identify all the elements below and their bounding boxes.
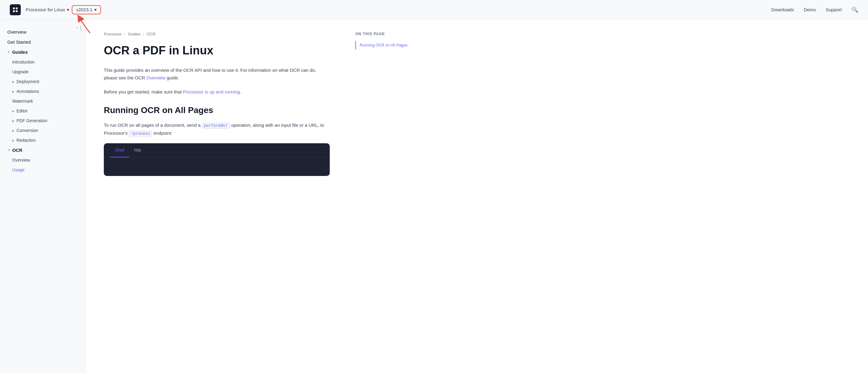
article: Processor › Guides › OCR OCR a PDF in Li… xyxy=(86,20,348,188)
sidebar-item-ocr-overview[interactable]: Overview xyxy=(0,155,85,165)
breadcrumb-item-guides[interactable]: Guides xyxy=(128,32,141,36)
breadcrumb-sep-1: › xyxy=(124,32,125,36)
sidebar-item-upgrade[interactable]: Upgrade xyxy=(0,67,85,77)
sidebar-label-ocr-overview: Overview xyxy=(12,157,30,163)
search-icon[interactable]: 🔍 xyxy=(851,6,858,13)
section-paragraph: To run OCR on all pages of a document, s… xyxy=(104,121,330,137)
section-prose: To run OCR on all pages of a document, s… xyxy=(104,121,330,137)
sidebar-label-upgrade: Upgrade xyxy=(12,69,29,74)
breadcrumb-item-processor[interactable]: Processor xyxy=(104,32,122,36)
perform-ocr-code: performOcr xyxy=(202,123,230,128)
sidebar-collapse-button[interactable]: ←| xyxy=(74,24,82,31)
logo[interactable] xyxy=(10,4,21,15)
content-toc-wrapper: Processor › Guides › OCR OCR a PDF in Li… xyxy=(86,20,868,188)
code-tab-shell[interactable]: Shell xyxy=(110,143,129,157)
code-tab-http[interactable]: http xyxy=(129,143,146,157)
sidebar-label-overview: Overview xyxy=(7,29,27,34)
version-chevron-icon: ▾ xyxy=(94,7,97,12)
sidebar-item-introduction[interactable]: Introduction xyxy=(0,57,85,67)
version-selector[interactable]: v2023.1 ▾ xyxy=(72,5,101,15)
sidebar: ←| Overview Get Started ▼ Guides Introdu… xyxy=(0,20,86,373)
sidebar-label-editor: Editor xyxy=(17,109,28,113)
sidebar-item-ocr[interactable]: ▼ OCR xyxy=(0,145,85,155)
sidebar-item-redaction[interactable]: ▶ Redaction xyxy=(0,135,85,145)
sidebar-label-ocr-usage: Usage xyxy=(12,167,24,172)
process-endpoint-code: /process xyxy=(129,131,152,137)
overview-link[interactable]: Overview xyxy=(146,75,165,80)
sidebar-item-annotations[interactable]: ▶ Annotations xyxy=(0,86,85,96)
top-nav: Processor for Linux ▾ v2023.1 ▾ Download… xyxy=(0,0,868,20)
code-body-shell xyxy=(104,157,330,176)
sidebar-item-editor[interactable]: ▶ Editor xyxy=(0,106,85,116)
conversion-chevron-icon: ▶ xyxy=(12,129,14,132)
sidebar-item-watermark[interactable]: Watermark xyxy=(0,96,85,106)
sidebar-label-get-started: Get Started xyxy=(7,39,31,45)
breadcrumb-sep-2: › xyxy=(143,32,144,36)
editor-chevron-icon: ▶ xyxy=(12,109,14,113)
sidebar-label-redaction: Redaction xyxy=(17,138,36,143)
sidebar-label-annotations: Annotations xyxy=(17,89,39,94)
section-heading-running-ocr: Running OCR on All Pages xyxy=(104,106,330,115)
nav-right: Downloads Demo Support 🔍 xyxy=(771,6,858,13)
code-tabs: Shell http xyxy=(104,143,330,157)
processor-running-link[interactable]: Processor is up and running xyxy=(183,89,240,94)
intro-paragraph-1: This guide provides an overview of the O… xyxy=(104,66,330,82)
sidebar-item-deployment[interactable]: ▶ Deployment xyxy=(0,77,85,86)
product-selector[interactable]: Processor for Linux ▾ xyxy=(26,7,69,12)
toc-heading: ON THIS PAGE xyxy=(355,32,414,36)
sidebar-item-ocr-usage[interactable]: Usage xyxy=(0,165,85,175)
pdf-gen-chevron-icon: ▶ xyxy=(12,119,14,122)
sidebar-label-guides: Guides xyxy=(12,50,28,55)
article-prose: This guide provides an overview of the O… xyxy=(104,66,330,96)
breadcrumb-item-ocr[interactable]: OCR xyxy=(147,32,155,36)
ocr-chevron-icon: ▼ xyxy=(7,148,10,152)
svg-rect-1 xyxy=(16,7,18,9)
sidebar-label-introduction: Introduction xyxy=(12,60,34,64)
sidebar-item-get-started[interactable]: Get Started xyxy=(0,37,85,47)
deployment-chevron-icon: ▶ xyxy=(12,80,14,83)
annotations-chevron-icon: ▶ xyxy=(12,90,14,93)
table-of-contents: ON THIS PAGE Running OCR on All Pages xyxy=(348,20,421,188)
nav-downloads[interactable]: Downloads xyxy=(771,7,794,12)
svg-rect-0 xyxy=(13,7,15,9)
code-block: Shell http xyxy=(104,143,330,176)
sidebar-item-guides[interactable]: ▼ Guides xyxy=(0,47,85,57)
sidebar-item-conversion[interactable]: ▶ Conversion xyxy=(0,125,85,135)
intro-paragraph-2: Before you get started, make sure that P… xyxy=(104,88,330,96)
version-label: v2023.1 xyxy=(76,7,92,12)
main-content: Processor › Guides › OCR OCR a PDF in Li… xyxy=(86,20,868,373)
product-name: Processor for Linux xyxy=(26,7,65,12)
product-chevron-icon: ▾ xyxy=(67,7,69,12)
page-title: OCR a PDF in Linux xyxy=(104,44,330,58)
sidebar-item-pdf-generation[interactable]: ▶ PDF Generation xyxy=(0,116,85,125)
sidebar-item-overview[interactable]: Overview xyxy=(0,27,85,37)
redaction-chevron-icon: ▶ xyxy=(12,139,14,142)
toc-link-running-ocr[interactable]: Running OCR on All Pages xyxy=(355,41,414,50)
nav-demo[interactable]: Demo xyxy=(804,7,816,12)
breadcrumb: Processor › Guides › OCR xyxy=(104,32,330,36)
sidebar-label-pdf-generation: PDF Generation xyxy=(17,118,47,123)
sidebar-label-ocr: OCR xyxy=(12,148,22,153)
guides-chevron-icon: ▼ xyxy=(7,50,10,54)
nav-support[interactable]: Support xyxy=(826,7,842,12)
sidebar-label-conversion: Conversion xyxy=(17,128,38,133)
sidebar-label-deployment: Deployment xyxy=(17,79,39,84)
svg-rect-3 xyxy=(16,10,18,12)
page-layout: ←| Overview Get Started ▼ Guides Introdu… xyxy=(0,20,868,373)
svg-rect-2 xyxy=(13,10,15,12)
sidebar-label-watermark: Watermark xyxy=(12,99,33,104)
